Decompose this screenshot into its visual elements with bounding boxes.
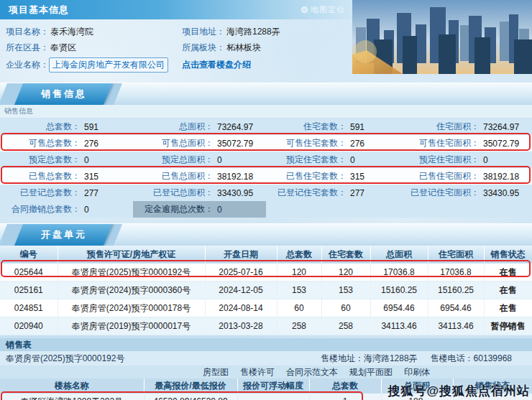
sales-field: 可售住宅套数：276 xyxy=(266,135,399,152)
col-header-building: 楼栋名称 xyxy=(0,378,144,394)
project-info-title: 项目基本信息 xyxy=(9,4,69,17)
cell-total-units: 60 xyxy=(277,299,321,317)
col-header-id: 编号 xyxy=(0,246,58,264)
field-label: 已售住宅套数： xyxy=(266,170,347,182)
field-label: 已登记住宅套数： xyxy=(266,187,347,199)
sales-field: 可售总面积：35072.79 xyxy=(133,135,266,152)
cell-total-units: 258 xyxy=(277,317,321,335)
field-label: 预定住宅套数： xyxy=(266,154,347,166)
sales-field: 可售总套数：276 xyxy=(0,135,133,152)
status-badge: 暂停销售 xyxy=(484,317,532,335)
field-value: 591 xyxy=(350,122,364,132)
field-value: 38192.18 xyxy=(483,172,519,182)
field-value: 海湾路1288弄 xyxy=(226,26,280,38)
sales-field: 合同撤销总套数：0 xyxy=(0,201,133,218)
sales-office-phone: 售楼电话：60139968 xyxy=(431,353,512,365)
cell-date: 2025-07-16 xyxy=(205,264,277,282)
sales-field: 住宅面积：73264.97 xyxy=(399,118,532,135)
col-header-res-area: 住宅面积 xyxy=(428,246,484,264)
sales-field: 总套数：591 xyxy=(0,118,133,135)
city-skyline-image xyxy=(352,0,532,74)
field-label: 可售住宅套数： xyxy=(266,137,347,149)
col-header-date: 开盘日期 xyxy=(205,246,277,264)
col-header-total-area: 总面积 xyxy=(370,246,428,264)
field-label: 预定总套数： xyxy=(0,154,81,166)
view-intro-link[interactable]: 点击查看楼盘介绍 xyxy=(182,59,251,71)
sales-field: 已售住宅套数：315 xyxy=(266,168,399,185)
field-label: 总面积： xyxy=(133,121,214,133)
field-label: 已售住宅面积： xyxy=(399,170,480,182)
cell-total-area: 15160.25 xyxy=(370,282,428,299)
project-info-section: 项目基本信息 地图定位 项目名称： 泰禾海湾院 项目地址： 海湾路1288弄 xyxy=(0,0,532,74)
cell-res-units: 153 xyxy=(321,282,370,299)
link-print-version[interactable]: 印刷体 xyxy=(404,366,430,378)
field-value: 277 xyxy=(350,188,364,198)
link-site-plan[interactable]: 规划平面图 xyxy=(349,366,393,378)
col-header-status: 销售状态 xyxy=(484,246,532,264)
map-pin-icon xyxy=(301,6,308,13)
field-value: 38192.18 xyxy=(217,172,253,182)
field-label: 合同撤销总套数： xyxy=(0,203,81,215)
col-header-res-units: 住宅套数 xyxy=(321,246,370,264)
status-badge: 在售 xyxy=(484,299,532,317)
project-fields: 项目名称： 泰禾海湾院 项目地址： 海湾路1288弄 所在区县： 奉贤区 所属板… xyxy=(0,19,352,74)
cell-license: 奉贤房管(2025)预字0000192号 xyxy=(58,264,205,282)
sales-field-deposit-overdue: 定金逾期总次数：0 xyxy=(133,201,266,218)
field-value: 柘林板块 xyxy=(226,42,261,54)
cell-date: 2024-12-05 xyxy=(205,282,277,299)
field-value: 奉贤区 xyxy=(50,42,76,54)
sales-field: 总面积：73264.97 xyxy=(133,118,266,135)
tab-open-units[interactable]: 开盘单元 xyxy=(22,224,106,246)
sales-office-address: 售楼地址：海湾路1288弄 xyxy=(321,353,418,365)
col-header-total-units: 总套数 xyxy=(277,246,321,264)
watermark: 搜狐号@搜狐焦点宿州站 xyxy=(387,383,530,399)
cell-total-area: 17036.8 xyxy=(370,264,428,282)
sales-field: 已售总套数：315 xyxy=(0,168,133,185)
field-label: 住宅套数： xyxy=(266,121,347,133)
cell-total-units: 1 xyxy=(309,394,381,400)
cell-res-units: 60 xyxy=(321,299,370,317)
col-header-price-range: 最高报价/最低报价 xyxy=(144,378,237,394)
sales-info-row: 合同撤销总套数：0 定金逾期总次数：0 xyxy=(0,201,532,218)
field-value: 0 xyxy=(350,155,355,165)
map-locate-link[interactable]: 地图定位 xyxy=(301,4,345,15)
sales-field: 已售总面积：38192.18 xyxy=(133,168,266,185)
tab-sales-info[interactable]: 销售信息 xyxy=(22,83,106,105)
sales-field: 预定总面积：0 xyxy=(133,152,266,168)
link-contract-sample[interactable]: 合同示范文本 xyxy=(286,366,338,378)
cell-license: 奉贤房管(2024)预字0000178号 xyxy=(58,299,205,317)
field-value: 315 xyxy=(350,172,364,182)
field-label: 已登记住宅面积： xyxy=(399,187,480,199)
field-label: 可售总面积： xyxy=(133,137,214,149)
field-value: 0 xyxy=(217,205,222,215)
field-value: 0 xyxy=(84,205,89,215)
field-label: 预定总面积： xyxy=(133,154,214,166)
open-units-row: 024851 奉贤房管(2024)预字0000178号 2024-08-14 6… xyxy=(0,299,532,317)
sales-info-section: 销售信息 销售信息 总套数：591 总面积：73264.97 住宅套数：591 … xyxy=(0,83,532,218)
field-value: 73264.97 xyxy=(483,122,519,132)
sales-info-row: 已登记总套数：277 已登记总面积：33430.95 已登记住宅套数：277 已… xyxy=(0,185,532,201)
field-label: 已登记总套数： xyxy=(0,187,81,199)
cell-price-float xyxy=(237,394,309,400)
cell-building: 奉贤区海湾路1288弄202号 xyxy=(0,394,144,400)
sales-info-row-available: 可售总套数：276 可售总面积：35072.79 可售住宅套数：276 可售住宅… xyxy=(0,135,532,152)
sales-field: 已登记住宅套数：277 xyxy=(266,185,399,201)
field-value: 35072.79 xyxy=(483,139,519,149)
link-floorplan[interactable]: 房型图 xyxy=(203,366,229,378)
link-sales-permit[interactable]: 售楼许可 xyxy=(240,366,275,378)
field-label: 定金逾期总次数： xyxy=(133,203,214,215)
status-badge: 在售 xyxy=(484,264,532,282)
col-header-total-units: 总套数 xyxy=(309,378,381,394)
col-header-license: 预售许可证/房地产权证 xyxy=(58,246,205,264)
field-label: 项目名称： xyxy=(6,26,49,38)
field-label: 已登记总面积： xyxy=(133,187,214,199)
project-field-row: 所在区县： 奉贤区 所属板块： 柘林板块 xyxy=(0,39,352,55)
field-label: 住宅面积： xyxy=(399,121,480,133)
company-link[interactable]: 上海金闵房地产开发有限公司 xyxy=(49,57,168,73)
cell-res-units: 258 xyxy=(321,317,370,335)
cell-license: 奉贤房管(2019)预字0000017号 xyxy=(58,317,205,335)
cell-date: 2024-08-14 xyxy=(205,299,277,317)
sales-info-subheader: 销售信息 xyxy=(0,105,532,118)
cell-res-units: 120 xyxy=(321,264,370,282)
field-label: 已售总面积： xyxy=(133,170,214,182)
